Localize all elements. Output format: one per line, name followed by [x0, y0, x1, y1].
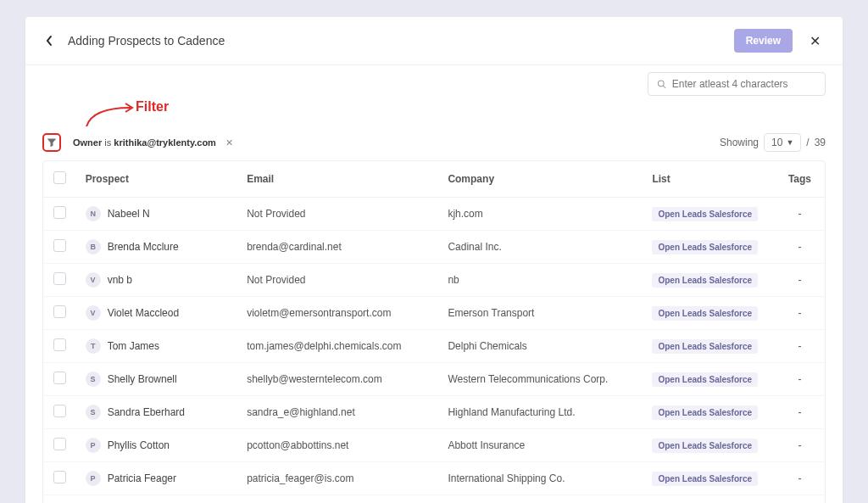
back-icon[interactable]	[42, 34, 56, 48]
table-row: SSandra Eberhardsandra_e@highland.netHig…	[43, 396, 825, 429]
row-checkbox[interactable]	[53, 239, 66, 252]
search-row	[42, 72, 826, 96]
table-row: PPhyllis Cottonpcotton@abbottins.netAbbo…	[43, 429, 825, 462]
prospect-name: Phyllis Cotton	[108, 439, 170, 451]
prospect-email: bblair@abankingco.com	[238, 495, 439, 504]
table-row: VViolet Maccleodvioletm@emersontransport…	[43, 297, 825, 330]
filter-chip-value: krithika@tryklenty.com	[114, 137, 216, 148]
row-checkbox[interactable]	[53, 272, 66, 285]
prospect-company: Abbott Insurance	[439, 429, 643, 462]
prospect-tags: -	[775, 429, 825, 462]
filter-chip-field: Owner	[73, 137, 102, 148]
filter-chip: Owner is krithika@tryklenty.com ✕	[73, 137, 233, 148]
page-header: Adding Prospects to Cadence Review ✕	[25, 17, 843, 65]
list-chip: Open Leads Salesforce	[652, 372, 758, 387]
per-page-value: 10	[771, 137, 782, 148]
table-row: BBetty Bairbblair@abankingco.comAmerican…	[43, 495, 825, 504]
table-row: PPatricia Feagerpatricia_feager@is.comIn…	[43, 462, 825, 495]
chevron-down-icon: ▼	[786, 138, 793, 147]
avatar: V	[86, 272, 101, 288]
prospect-name: Tom James	[108, 340, 159, 352]
prospect-name: Shelly Brownell	[108, 373, 177, 385]
prospect-company: International Shipping Co.	[439, 462, 643, 495]
showing-sep: /	[806, 137, 809, 148]
avatar: N	[86, 206, 101, 221]
list-chip: Open Leads Salesforce	[652, 306, 758, 321]
table-row: BBrenda Mcclurebrenda@cardinal.netCadina…	[43, 231, 825, 264]
prospect-email: brenda@cardinal.net	[238, 231, 439, 264]
prospect-company: kjh.com	[439, 198, 643, 231]
list-chip: Open Leads Salesforce	[652, 339, 758, 354]
prospect-company: Delphi Chemicals	[439, 330, 643, 363]
col-list: List	[643, 161, 774, 198]
svg-point-0	[658, 81, 664, 87]
prospect-tags: -	[775, 396, 825, 429]
annotation: Filter	[42, 104, 826, 133]
avatar: V	[86, 305, 101, 321]
list-chip: Open Leads Salesforce	[652, 472, 758, 486]
prospect-email: patricia_feager@is.com	[238, 462, 439, 495]
table-row: TTom Jamestom.james@delphi.chemicals.com…	[43, 330, 825, 363]
list-chip: Open Leads Salesforce	[652, 207, 758, 221]
prospect-company: nb	[439, 264, 643, 297]
prospect-tags: -	[775, 330, 825, 363]
annotation-label: Filter	[136, 99, 169, 115]
col-prospect: Prospect	[77, 161, 239, 198]
prospect-company: Western Telecommunications Corp.	[439, 363, 643, 396]
row-checkbox[interactable]	[53, 372, 66, 384]
list-chip: Open Leads Salesforce	[652, 273, 758, 288]
select-all-checkbox[interactable]	[53, 171, 66, 184]
table-row: Vvnb bNot ProvidednbOpen Leads Salesforc…	[43, 264, 825, 297]
prospect-tags: -	[775, 495, 825, 504]
filter-chip-op: is	[104, 137, 111, 148]
prospect-name: Violet Maccleod	[108, 307, 180, 319]
prospect-tags: -	[775, 363, 825, 396]
table-row: SShelly Brownellshellyb@westerntelecom.c…	[43, 363, 825, 396]
filter-chip-remove-icon[interactable]: ✕	[225, 137, 233, 148]
row-checkbox[interactable]	[53, 305, 66, 318]
list-chip: Open Leads Salesforce	[652, 405, 758, 420]
search-box[interactable]	[648, 72, 826, 96]
filter-icon[interactable]	[42, 133, 61, 152]
page-card: Adding Prospects to Cadence Review ✕ Fil…	[25, 17, 843, 503]
showing-block: Showing 10 ▼ / 39	[720, 133, 826, 152]
prospect-company: Cadinal Inc.	[439, 231, 643, 264]
avatar: S	[86, 372, 101, 387]
review-button[interactable]: Review	[734, 29, 793, 53]
prospect-tags: -	[775, 297, 825, 330]
search-icon	[657, 79, 666, 89]
col-company: Company	[439, 161, 643, 198]
row-checkbox[interactable]	[53, 338, 66, 351]
prospect-email: pcotton@abbottins.net	[238, 429, 439, 462]
prospect-email: Not Provided	[238, 198, 439, 231]
annotation-arrow-icon	[80, 103, 139, 128]
page-title: Adding Prospects to Cadence	[68, 34, 225, 48]
content: Filter Owner is krithika@tryklenty.com ✕…	[25, 72, 843, 503]
prospect-tags: -	[775, 264, 825, 297]
search-input[interactable]	[672, 78, 816, 90]
list-chip: Open Leads Salesforce	[652, 439, 758, 453]
prospect-tags: -	[775, 462, 825, 495]
avatar: P	[86, 438, 101, 453]
row-checkbox[interactable]	[53, 471, 66, 483]
prospect-name: vnb b	[108, 274, 132, 286]
table-row: NNabeel NNot Providedkjh.comOpen Leads S…	[43, 198, 825, 231]
prospect-email: sandra_e@highland.net	[238, 396, 439, 429]
prospect-name: Nabeel N	[108, 208, 150, 220]
close-icon[interactable]: ✕	[804, 31, 826, 51]
row-checkbox[interactable]	[53, 405, 66, 417]
list-chip: Open Leads Salesforce	[652, 240, 758, 254]
prospect-email: violetm@emersontransport.com	[238, 297, 439, 330]
row-checkbox[interactable]	[53, 438, 66, 450]
prospect-name: Patricia Feager	[108, 472, 176, 484]
prospect-company: Emerson Transport	[439, 297, 643, 330]
prospect-name: Sandra Eberhard	[108, 406, 185, 418]
showing-label: Showing	[720, 137, 759, 148]
col-tags: Tags	[775, 161, 825, 198]
avatar: T	[86, 338, 101, 354]
prospect-email: Not Provided	[238, 264, 439, 297]
per-page-select[interactable]: 10 ▼	[764, 133, 801, 152]
row-checkbox[interactable]	[53, 206, 66, 219]
prospect-tags: -	[775, 231, 825, 264]
prospect-company: American Banking Corp.	[439, 495, 643, 504]
